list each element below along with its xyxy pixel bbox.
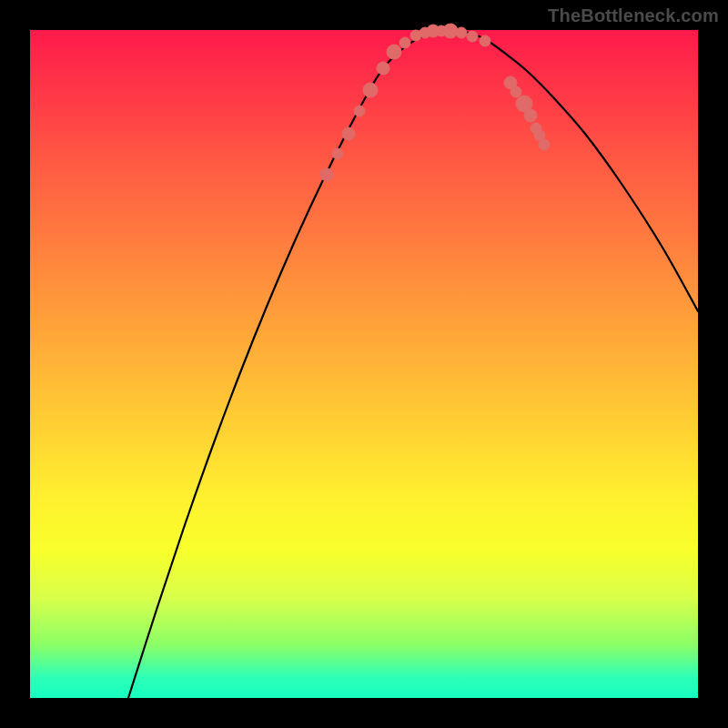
- chart-frame: TheBottleneck.com: [0, 0, 728, 728]
- curve-marker: [539, 139, 550, 150]
- curve-marker: [443, 24, 458, 38]
- curve-marker: [354, 106, 365, 116]
- bottleneck-curve: [30, 30, 698, 698]
- curve-marker: [467, 31, 478, 42]
- curve-marker: [332, 148, 343, 159]
- curve-line: [128, 31, 698, 698]
- curve-marker: [511, 86, 521, 97]
- curve-marker: [377, 62, 389, 75]
- curve-marker: [387, 45, 401, 59]
- curve-marker: [480, 35, 490, 46]
- watermark-text: TheBottleneck.com: [548, 5, 719, 26]
- curve-marker: [456, 27, 467, 38]
- curve-marker: [524, 109, 537, 122]
- curve-markers: [320, 24, 550, 181]
- curve-marker: [363, 83, 378, 97]
- curve-marker: [320, 168, 333, 181]
- plot-area: [30, 30, 698, 698]
- curve-marker: [399, 37, 410, 48]
- curve-marker: [342, 127, 355, 140]
